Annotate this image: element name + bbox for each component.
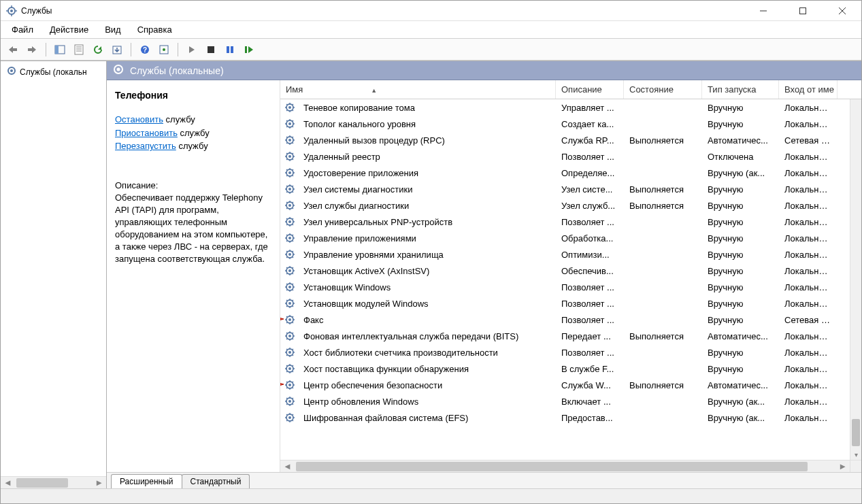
svg-point-172 [288,335,291,337]
service-row[interactable]: Узел системы диагностикиУзел систе...Вып… [280,181,861,197]
svg-line-128 [293,257,294,258]
vertical-scrollbar[interactable]: ▾ [850,99,861,460]
service-row[interactable]: Тополог канального уровняСоздает ка...Вр… [280,116,861,132]
svg-line-79 [286,175,288,177]
svg-point-32 [288,106,291,109]
cell-start: Вручную [702,299,779,309]
pause-service-button[interactable] [222,41,238,58]
svg-line-139 [286,273,288,275]
cell-desc: Управляет ... [556,103,624,113]
service-row[interactable]: Узел службы диагностикиУзел служб...Выпо… [280,197,861,214]
svg-line-230 [293,414,294,416]
tab-extended[interactable]: Расширенный [111,474,182,488]
svg-point-92 [288,204,291,207]
tab-standard[interactable]: Стандартный [182,474,250,488]
cell-name: Установщик ActiveX (AxInstSV) [298,266,556,276]
cell-logon: Локальная с [779,348,838,358]
svg-line-99 [286,208,288,209]
menu-action[interactable]: Действие [43,22,95,37]
refresh-button[interactable] [90,41,106,58]
service-row[interactable]: Удаленный вызов процедур (RPC)Служба RP.… [280,132,861,148]
forward-button[interactable] [24,41,40,58]
restart-link[interactable]: Перезапустить [115,141,176,151]
show-hide-tree-button[interactable] [52,41,68,58]
svg-line-219 [286,404,288,405]
main-area: Службы (локальн ◄ ► Службы (локальные) Т… [1,61,861,488]
horizontal-scrollbar[interactable]: ◄ ► [280,460,850,472]
service-row[interactable]: Установщик ActiveX (AxInstSV)Обеспечив..… [280,263,861,279]
minimize-button[interactable] [750,3,777,19]
cell-start: Вручную (ак... [702,397,779,407]
start-service-button[interactable] [184,41,200,58]
cell-start: Вручную (ак... [702,168,779,178]
service-gear-icon [284,282,295,292]
service-row[interactable]: Управление уровнями хранилищаОптимизи...… [280,246,861,263]
svg-line-189 [286,355,288,356]
cell-logon: Сетевая слу [779,135,838,146]
menu-view[interactable]: Вид [98,22,128,37]
col-header-start[interactable]: Тип запуска [702,80,779,99]
cell-name: Тополог канального уровня [298,119,556,129]
stop-service-button[interactable] [203,41,219,58]
menu-help[interactable]: Справка [131,22,179,37]
cell-name: Фоновая интеллектуальная служба передачи… [298,331,556,341]
cell-logon: Локальная с [779,103,838,113]
window-title: Службы [21,6,750,16]
help-button[interactable]: ? [137,41,153,58]
service-row[interactable]: Хост библиотеки счетчика производительно… [280,344,861,360]
svg-point-142 [288,286,291,288]
svg-point-222 [288,416,291,419]
service-row[interactable]: Теневое копирование томаУправляет ...Вру… [280,99,861,116]
col-header-state[interactable]: Состояние [624,80,702,99]
service-gear-icon [284,200,295,211]
pause-link[interactable]: Приостановить [115,128,178,138]
help2-button[interactable] [156,41,172,58]
service-row[interactable]: Управление приложениямиОбработка...Вручн… [280,230,861,246]
svg-rect-26 [245,46,247,53]
restart-service-button[interactable] [241,41,257,58]
svg-line-78 [293,175,294,177]
col-header-logon[interactable]: Вход от име [779,80,838,99]
properties-button[interactable] [71,41,87,58]
svg-rect-13 [55,46,59,54]
cell-desc: Позволяет ... [556,299,624,309]
service-row[interactable]: Центр обеспечения безопасностиСлужба W..… [280,377,861,393]
close-button[interactable] [829,3,856,19]
svg-line-109 [286,224,288,226]
scroll-thumb[interactable] [852,419,860,446]
maximize-button[interactable] [789,3,816,19]
col-header-desc[interactable]: Описание [556,80,624,99]
service-row[interactable]: ФаксПозволяет ...ВручнуюСетевая слу [280,312,861,328]
col-header-name[interactable]: Имя▲ [280,80,556,99]
export-button[interactable] [109,41,125,58]
cell-desc: Обработка... [556,233,624,243]
tree-root-services[interactable]: Службы (локальн [3,64,103,80]
svg-line-39 [286,110,288,112]
service-row[interactable]: Удаленный реестрПозволяет ...ОтключенаЛо… [280,148,861,165]
svg-line-208 [293,388,294,389]
cell-start: Вручную [702,250,779,260]
service-row[interactable]: Установщик модулей WindowsПозволяет ...В… [280,295,861,312]
back-button[interactable] [5,41,21,58]
menubar: Файл Действие Вид Справка [1,21,861,39]
svg-line-210 [293,382,294,383]
cell-desc: В службе F... [556,364,624,374]
cell-name: Управление приложениями [298,233,556,243]
tree-horizontal-scrollbar[interactable]: ◄ ► [1,476,106,488]
service-row[interactable]: Установщик WindowsПозволяет ...ВручнуюЛо… [280,279,861,295]
service-row[interactable]: Хост поставщика функции обнаруженияВ слу… [280,360,861,377]
svg-line-80 [293,169,294,171]
service-row[interactable]: Удостоверение приложенияОпределяе...Вруч… [280,165,861,181]
service-row[interactable]: Узел универсальных PNP-устройствПозволяе… [280,214,861,230]
content-body: Телефония Остановить службу Приостановит… [107,80,861,472]
menu-file[interactable]: Файл [5,22,40,37]
service-row[interactable]: Фоновая интеллектуальная служба передачи… [280,328,861,344]
stop-link[interactable]: Остановить [115,114,163,124]
service-row[interactable]: Центр обновления WindowsВключает ...Вруч… [280,393,861,409]
svg-line-98 [293,208,294,209]
cell-name: Удаленный вызов процедур (RPC) [298,135,556,146]
svg-point-62 [288,155,291,158]
service-row[interactable]: Шифрованная файловая система (EFS)Предос… [280,409,861,426]
svg-line-167 [286,316,288,318]
tree-root-label: Службы (локальн [20,67,87,77]
